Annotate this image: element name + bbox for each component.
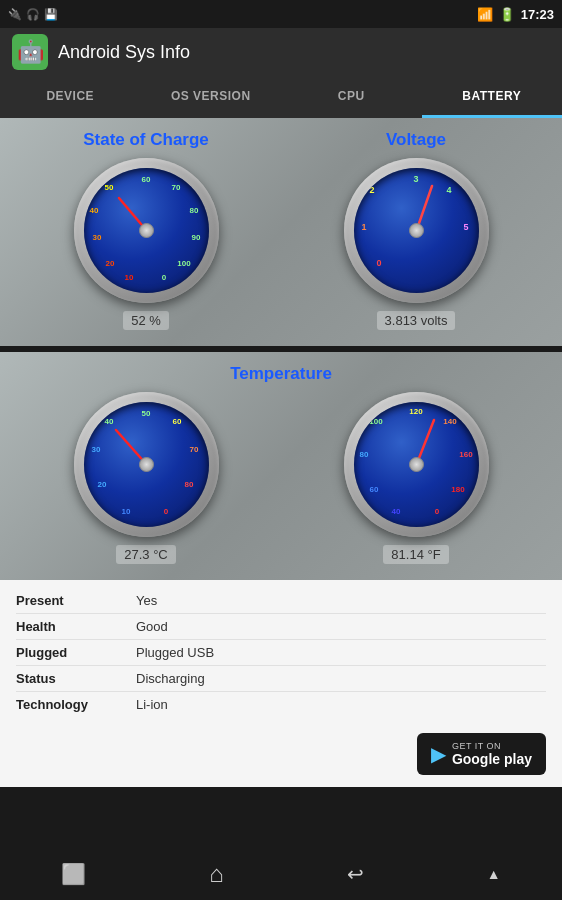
svg-point-42 (409, 458, 423, 472)
status-left-icons: 🔌 🎧 💾 (8, 8, 58, 21)
celsius-gauge-section: 50 60 70 80 40 30 20 10 0 (16, 392, 276, 564)
back-button[interactable]: ↩ (347, 862, 364, 886)
google-play-button[interactable]: ▶ GET IT ON Google play (417, 733, 546, 775)
celsius-gauge-svg: 50 60 70 80 40 30 20 10 0 (84, 402, 209, 527)
info-label-plugged: Plugged (16, 645, 136, 660)
storage-icon: 💾 (44, 8, 58, 21)
charge-gauge-outer: 60 70 80 90 100 50 40 30 20 10 0 (74, 158, 219, 303)
usb-icon: 🔌 (8, 8, 22, 21)
temperature-gauges-row: 50 60 70 80 40 30 20 10 0 (16, 392, 546, 564)
home-button[interactable]: ⌂ (209, 860, 224, 888)
time-display: 17:23 (521, 7, 554, 22)
fahrenheit-gauge-svg: 120 140 160 180 100 80 60 40 0 (354, 402, 479, 527)
charge-title: State of Charge (83, 130, 209, 150)
info-value-technology: Li-ion (136, 697, 168, 712)
headphone-icon: 🎧 (26, 8, 40, 21)
svg-text:40: 40 (104, 417, 113, 426)
google-play-section: ▶ GET IT ON Google play (0, 725, 562, 787)
temperature-title: Temperature (16, 364, 546, 384)
celsius-gauge-wrap: 50 60 70 80 40 30 20 10 0 (74, 392, 219, 564)
play-big-text: Google play (452, 751, 532, 767)
tab-cpu[interactable]: CPU (281, 76, 422, 118)
fahrenheit-gauge-inner: 120 140 160 180 100 80 60 40 0 (354, 402, 479, 527)
app-icon: 🤖 (12, 34, 48, 70)
svg-text:80: 80 (189, 206, 198, 215)
svg-text:0: 0 (163, 507, 168, 516)
info-label-health: Health (16, 619, 136, 634)
charge-value: 52 % (123, 311, 169, 330)
gauges-bottom-section: Temperature 50 60 70 80 40 30 20 10 (0, 352, 562, 580)
svg-text:0: 0 (434, 507, 439, 516)
menu-button[interactable]: ▲ (487, 866, 501, 882)
celsius-value: 27.3 °C (116, 545, 176, 564)
play-small-text: GET IT ON (452, 741, 532, 751)
svg-point-20 (409, 224, 423, 238)
fahrenheit-value: 81.14 °F (383, 545, 448, 564)
info-row-present: Present Yes (16, 588, 546, 614)
svg-text:60: 60 (141, 175, 150, 184)
svg-text:30: 30 (91, 445, 100, 454)
status-bar: 🔌 🎧 💾 📶 🔋 17:23 (0, 0, 562, 28)
svg-text:180: 180 (451, 485, 465, 494)
fahrenheit-gauge-section: 120 140 160 180 100 80 60 40 0 (286, 392, 546, 564)
charge-gauge-section: State of Charge 60 70 80 90 100 50 40 30 (16, 130, 276, 330)
tab-battery[interactable]: BATTERY (422, 76, 563, 118)
info-row-health: Health Good (16, 614, 546, 640)
svg-text:60: 60 (172, 417, 181, 426)
fahrenheit-gauge-wrap: 120 140 160 180 100 80 60 40 0 (344, 392, 489, 564)
app-title: Android Sys Info (58, 42, 190, 63)
voltage-gauge-section: Voltage 3 4 5 2 1 0 (286, 130, 546, 330)
svg-text:10: 10 (124, 273, 133, 282)
svg-text:100: 100 (369, 417, 383, 426)
nav-bar: ⬜ ⌂ ↩ ▲ (0, 848, 562, 900)
voltage-gauge-wrap: 3 4 5 2 1 0 (344, 158, 489, 330)
play-store-icon: ▶ (431, 742, 446, 766)
charge-gauge-wrap: 60 70 80 90 100 50 40 30 20 10 0 (74, 158, 219, 330)
info-value-plugged: Plugged USB (136, 645, 214, 660)
voltage-gauge-svg: 3 4 5 2 1 0 (354, 168, 479, 293)
play-text-wrap: GET IT ON Google play (452, 741, 532, 767)
gauges-top-section: State of Charge 60 70 80 90 100 50 40 30 (0, 118, 562, 346)
voltage-gauge-outer: 3 4 5 2 1 0 (344, 158, 489, 303)
celsius-gauge-outer: 50 60 70 80 40 30 20 10 0 (74, 392, 219, 537)
info-label-present: Present (16, 593, 136, 608)
info-row-status: Status Discharging (16, 666, 546, 692)
svg-text:2: 2 (369, 185, 374, 195)
svg-point-12 (139, 224, 153, 238)
voltage-gauge-inner: 3 4 5 2 1 0 (354, 168, 479, 293)
svg-text:5: 5 (463, 222, 468, 232)
info-row-plugged: Plugged Plugged USB (16, 640, 546, 666)
svg-text:1: 1 (361, 222, 366, 232)
tab-bar: DEVICE OS VERSION CPU BATTERY (0, 76, 562, 118)
svg-text:80: 80 (359, 450, 368, 459)
svg-text:60: 60 (369, 485, 378, 494)
svg-text:30: 30 (92, 233, 101, 242)
svg-text:80: 80 (184, 480, 193, 489)
svg-text:0: 0 (161, 273, 166, 282)
svg-text:140: 140 (443, 417, 457, 426)
svg-text:70: 70 (171, 183, 180, 192)
svg-text:3: 3 (413, 174, 418, 184)
svg-text:90: 90 (191, 233, 200, 242)
svg-text:50: 50 (141, 409, 150, 418)
info-value-health: Good (136, 619, 168, 634)
svg-text:4: 4 (446, 185, 451, 195)
svg-text:20: 20 (97, 480, 106, 489)
svg-point-31 (139, 458, 153, 472)
info-row-technology: Technology Li-ion (16, 692, 546, 717)
recent-apps-button[interactable]: ⬜ (61, 862, 86, 886)
svg-text:40: 40 (89, 206, 98, 215)
wifi-icon: 📶 (477, 7, 493, 22)
tab-os-version[interactable]: OS VERSION (141, 76, 282, 118)
fahrenheit-gauge-outer: 120 140 160 180 100 80 60 40 0 (344, 392, 489, 537)
svg-text:0: 0 (376, 258, 381, 268)
title-bar: 🤖 Android Sys Info (0, 28, 562, 76)
info-value-present: Yes (136, 593, 157, 608)
info-value-status: Discharging (136, 671, 205, 686)
info-label-technology: Technology (16, 697, 136, 712)
svg-text:120: 120 (409, 407, 423, 416)
tab-device[interactable]: DEVICE (0, 76, 141, 118)
charge-gauge-svg: 60 70 80 90 100 50 40 30 20 10 0 (84, 168, 209, 293)
svg-text:40: 40 (391, 507, 400, 516)
svg-text:70: 70 (189, 445, 198, 454)
